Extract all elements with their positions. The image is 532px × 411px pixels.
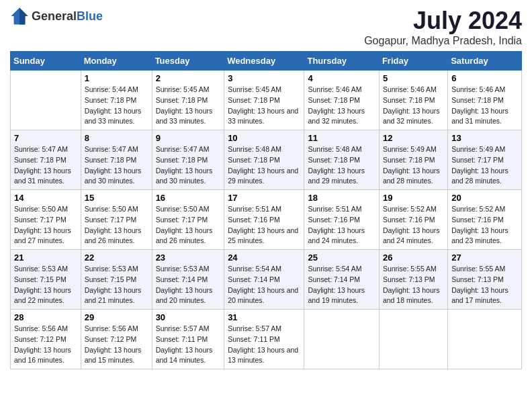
day-number: 12 [383,133,444,143]
day-info: Sunrise: 5:46 AMSunset: 7:18 PMDaylight:… [451,85,518,127]
day-info: Sunrise: 5:55 AMSunset: 7:13 PMDaylight:… [383,264,444,306]
calendar-cell: 28Sunrise: 5:56 AMSunset: 7:12 PMDayligh… [11,310,81,369]
sunset-text: Sunset: 7:16 PM [451,215,518,226]
day-info: Sunrise: 5:50 AMSunset: 7:17 PMDaylight:… [85,204,148,246]
svg-marker-1 [19,7,28,24]
calendar-week-row: 1Sunrise: 5:44 AMSunset: 7:18 PMDaylight… [11,71,522,130]
day-number: 28 [14,312,77,322]
day-info: Sunrise: 5:46 AMSunset: 7:18 PMDaylight:… [383,85,444,127]
sunset-text: Sunset: 7:12 PM [14,334,77,345]
sunset-text: Sunset: 7:18 PM [14,155,77,166]
sunrise-text: Sunrise: 5:57 AM [228,324,300,334]
sunset-text: Sunset: 7:18 PM [308,155,375,166]
page-subtitle: Gogapur, Madhya Pradesh, India [364,35,522,47]
calendar-week-row: 14Sunrise: 5:50 AMSunset: 7:17 PMDayligh… [11,190,522,250]
sunrise-text: Sunrise: 5:45 AM [156,85,221,95]
sunrise-text: Sunrise: 5:48 AM [228,144,300,155]
day-info: Sunrise: 5:48 AMSunset: 7:18 PMDaylight:… [228,144,300,187]
calendar-week-row: 28Sunrise: 5:56 AMSunset: 7:12 PMDayligh… [11,310,522,369]
calendar-table: SundayMondayTuesdayWednesdayThursdayFrid… [10,51,522,369]
day-info: Sunrise: 5:57 AMSunset: 7:11 PMDaylight:… [228,324,300,366]
day-number: 25 [308,253,375,263]
daylight-text: Daylight: 13 hours and 26 minutes. [85,226,148,247]
sunrise-text: Sunrise: 5:51 AM [308,204,375,215]
daylight-text: Daylight: 13 hours and 21 minutes. [85,285,148,307]
sunrise-text: Sunrise: 5:53 AM [85,264,148,275]
sunset-text: Sunset: 7:11 PM [228,334,300,345]
sunset-text: Sunset: 7:17 PM [156,215,221,226]
daylight-text: Daylight: 13 hours and 31 minutes. [14,166,77,187]
day-info: Sunrise: 5:45 AMSunset: 7:18 PMDaylight:… [156,85,221,127]
column-header-wednesday: Wednesday [224,52,304,71]
day-number: 7 [14,133,77,143]
day-info: Sunrise: 5:55 AMSunset: 7:13 PMDaylight:… [451,264,518,306]
sunset-text: Sunset: 7:15 PM [14,275,77,285]
calendar-cell: 4Sunrise: 5:46 AMSunset: 7:18 PMDaylight… [304,71,379,130]
calendar-cell: 10Sunrise: 5:48 AMSunset: 7:18 PMDayligh… [224,130,304,190]
day-info: Sunrise: 5:54 AMSunset: 7:14 PMDaylight:… [228,264,300,306]
daylight-text: Daylight: 13 hours and 32 minutes. [308,106,375,128]
sunrise-text: Sunrise: 5:49 AM [383,144,444,155]
calendar-cell: 3Sunrise: 5:45 AMSunset: 7:18 PMDaylight… [224,71,304,130]
daylight-text: Daylight: 13 hours and 29 minutes. [308,166,375,187]
day-info: Sunrise: 5:50 AMSunset: 7:17 PMDaylight:… [14,204,77,246]
daylight-text: Daylight: 13 hours and 16 minutes. [14,345,77,367]
sunset-text: Sunset: 7:12 PM [85,334,148,345]
day-number: 16 [156,193,221,203]
sunrise-text: Sunrise: 5:51 AM [228,204,300,215]
sunset-text: Sunset: 7:18 PM [156,95,221,106]
day-info: Sunrise: 5:48 AMSunset: 7:18 PMDaylight:… [308,144,375,187]
sunset-text: Sunset: 7:16 PM [383,215,444,226]
day-number: 10 [228,133,300,143]
daylight-text: Daylight: 13 hours and 30 minutes. [85,166,148,187]
calendar-cell [448,310,522,369]
calendar-cell: 31Sunrise: 5:57 AMSunset: 7:11 PMDayligh… [224,310,304,369]
sunrise-text: Sunrise: 5:52 AM [383,204,444,215]
sunrise-text: Sunrise: 5:50 AM [85,204,148,215]
calendar-cell: 15Sunrise: 5:50 AMSunset: 7:17 PMDayligh… [81,190,152,250]
sunrise-text: Sunrise: 5:53 AM [156,264,221,275]
daylight-text: Daylight: 13 hours and 15 minutes. [85,345,148,367]
sunset-text: Sunset: 7:17 PM [451,155,518,166]
column-header-thursday: Thursday [304,52,379,71]
daylight-text: Daylight: 13 hours and 20 minutes. [156,285,221,307]
column-header-saturday: Saturday [448,52,522,71]
day-info: Sunrise: 5:50 AMSunset: 7:17 PMDaylight:… [156,204,221,246]
calendar-cell: 14Sunrise: 5:50 AMSunset: 7:17 PMDayligh… [11,190,81,250]
daylight-text: Daylight: 13 hours and 22 minutes. [14,285,77,307]
sunrise-text: Sunrise: 5:56 AM [14,324,77,334]
sunrise-text: Sunrise: 5:46 AM [383,85,444,95]
day-info: Sunrise: 5:56 AMSunset: 7:12 PMDaylight:… [85,324,148,366]
sunrise-text: Sunrise: 5:53 AM [14,264,77,275]
calendar-week-row: 7Sunrise: 5:47 AMSunset: 7:18 PMDaylight… [11,130,522,190]
sunrise-text: Sunrise: 5:49 AM [451,144,518,155]
sunrise-text: Sunrise: 5:47 AM [85,144,148,155]
daylight-text: Daylight: 13 hours and 14 minutes. [156,345,221,367]
day-info: Sunrise: 5:46 AMSunset: 7:18 PMDaylight:… [308,85,375,127]
day-info: Sunrise: 5:47 AMSunset: 7:18 PMDaylight:… [14,144,77,187]
sunrise-text: Sunrise: 5:50 AM [14,204,77,215]
daylight-text: Daylight: 13 hours and 28 minutes. [383,166,444,187]
sunset-text: Sunset: 7:18 PM [383,95,444,106]
sunrise-text: Sunrise: 5:47 AM [14,144,77,155]
day-number: 2 [156,73,221,83]
sunrise-text: Sunrise: 5:48 AM [308,144,375,155]
day-number: 17 [228,193,300,203]
column-header-sunday: Sunday [11,52,81,71]
daylight-text: Daylight: 13 hours and 20 minutes. [228,285,300,307]
daylight-text: Daylight: 13 hours and 29 minutes. [228,166,300,187]
sunset-text: Sunset: 7:16 PM [308,215,375,226]
day-info: Sunrise: 5:49 AMSunset: 7:17 PMDaylight:… [451,144,518,187]
calendar-cell: 19Sunrise: 5:52 AMSunset: 7:16 PMDayligh… [379,190,447,250]
daylight-text: Daylight: 13 hours and 19 minutes. [308,285,375,307]
calendar-cell [379,310,447,369]
page-title: July 2024 [364,7,522,35]
day-number: 23 [156,253,221,263]
calendar-cell: 5Sunrise: 5:46 AMSunset: 7:18 PMDaylight… [379,71,447,130]
calendar-cell: 17Sunrise: 5:51 AMSunset: 7:16 PMDayligh… [224,190,304,250]
sunrise-text: Sunrise: 5:56 AM [85,324,148,334]
calendar-cell [11,71,81,130]
daylight-text: Daylight: 13 hours and 23 minutes. [451,226,518,247]
day-number: 14 [14,193,77,203]
daylight-text: Daylight: 13 hours and 24 minutes. [383,226,444,247]
